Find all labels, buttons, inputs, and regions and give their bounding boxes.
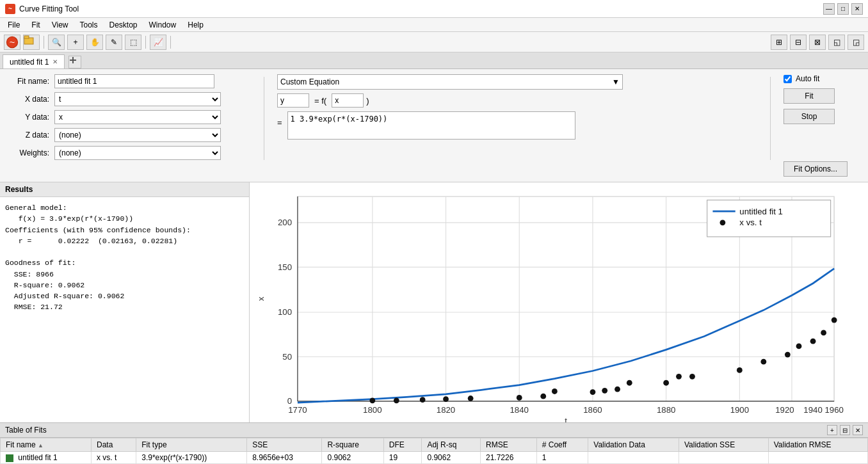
menu-help[interactable]: Help [182,19,209,31]
data-point [676,374,682,380]
app-icon: ~ [5,4,15,14]
col-data: Data [91,438,136,452]
svg-text:1900: 1900 [730,405,749,415]
tile-button[interactable]: ⊞ [771,35,787,50]
results-panel: Results General model: f(x) = 3.9*exp(r*… [0,182,250,422]
table-copy-button[interactable]: ⊟ [840,425,850,435]
fit-button[interactable]: Fit [784,88,835,104]
svg-text:x: x [256,296,266,301]
fit-name-row: Fit name: [8,74,251,88]
eq-type-row: Custom Equation ▼ [277,74,757,90]
z-data-select[interactable]: (none) [54,128,221,142]
fit-options-button[interactable]: Fit Options... [784,161,848,177]
tab-close-button[interactable]: ✕ [52,58,58,65]
cascade-button[interactable]: ⊟ [790,35,807,50]
eq-func-row: y = f( x ) [277,93,757,108]
stop-button[interactable]: Stop [784,109,835,124]
table-row[interactable]: untitled fit 1 x vs. t 3.9*exp(r*(x-1790… [1,452,868,464]
tab-bar: untitled fit 1 ✕ [0,52,868,69]
maximize-button[interactable]: □ [837,3,849,15]
svg-text:200: 200 [278,218,292,227]
menu-bar: File Fit View Tools Desktop Window Help [0,18,868,32]
tab-untitled-fit-1[interactable]: untitled fit 1 ✕ [3,54,65,68]
svg-rect-5 [72,57,74,63]
svg-text:150: 150 [278,262,292,272]
svg-text:t: t [565,416,567,422]
col-adj-r-sq: Adj R-sq [422,438,481,452]
table-of-fits-section: Table of Fits + ⊟ ✕ Fit name ▲ Data Fit … [0,422,868,464]
col-fit-name: Fit name ▲ [1,438,92,452]
dropdown-arrow-icon: ▼ [612,77,620,86]
cell-dfe: 19 [383,452,422,464]
svg-text:1800: 1800 [363,405,382,415]
pan-button[interactable]: ✋ [86,35,103,50]
svg-text:~: ~ [10,36,15,47]
results-title: Results [0,182,249,197]
z-data-row: Z data: (none) [8,128,251,142]
cell-adj-r-sq: 0.9062 [422,452,481,464]
window-controls[interactable]: — □ ✕ [823,3,863,15]
new-fit-button[interactable]: ~ [4,35,20,50]
toolbar-right: ⊞ ⊟ ⊠ ◱ ◲ [771,35,864,50]
layout-button-3[interactable]: ◲ [848,35,864,50]
toolbar-separator-3 [170,36,171,49]
col-validation-data: Validation Data [588,438,679,452]
svg-text:1840: 1840 [510,405,529,415]
x-data-label: X data: [8,95,49,104]
fit-name-label: Fit name: [8,77,49,86]
toolbar-separator-2 [145,36,146,49]
plot-button[interactable]: 📈 [150,35,166,50]
data-point [737,367,743,373]
eq-formula-textarea[interactable] [287,111,575,140]
toolbar: ~ 🔍 + ✋ ✎ ⬚ 📈 ⊞ ⊟ ⊠ ◱ ◲ [0,32,868,52]
svg-text:1860: 1860 [583,405,602,415]
table-title-bar: Table of Fits + ⊟ ✕ [0,423,868,438]
weights-select[interactable]: (none) [54,146,221,160]
autofit-label: Auto fit [796,74,819,83]
menu-tools[interactable]: Tools [74,19,102,31]
table-add-button[interactable]: + [827,425,837,435]
minimize-button[interactable]: — [823,3,835,15]
open-button[interactable] [23,35,40,50]
svg-text:50: 50 [282,352,292,362]
menu-fit[interactable]: Fit [26,19,45,31]
select-button[interactable]: ⬚ [125,35,141,50]
svg-text:100: 100 [278,307,292,317]
z-data-label: Z data: [8,131,49,140]
layout-button-1[interactable]: ⊠ [809,35,826,50]
autofit-checkbox[interactable] [784,75,792,83]
new-tab-button[interactable] [68,56,81,68]
v-separator-2 [770,77,771,160]
menu-desktop[interactable]: Desktop [104,19,143,31]
eq-equals-2: = [277,118,282,127]
menu-file[interactable]: File [3,19,25,31]
col-rmse: RMSE [480,438,536,452]
layout-button-2[interactable]: ◱ [828,35,845,50]
fit-name-input[interactable] [54,74,214,88]
eq-lhs-field[interactable]: y [277,93,309,108]
cell-validation-data [588,452,679,464]
table-delete-button[interactable]: ✕ [853,425,863,435]
col-n-coeff: # Coeff [536,438,588,452]
eq-rparen: ) [366,96,369,106]
cell-validation-rmse [768,452,867,464]
eq-var-field[interactable]: x [332,93,364,108]
cell-data: x vs. t [91,452,136,464]
zoom-in-button[interactable]: 🔍 [48,35,65,50]
svg-text:1960: 1960 [824,405,843,415]
close-button[interactable]: ✕ [851,3,863,15]
menu-view[interactable]: View [47,19,74,31]
col-dfe: DFE [383,438,422,452]
y-data-select[interactable]: x [54,110,221,124]
cell-fit-type: 3.9*exp(r*(x-1790)) [136,452,247,464]
zoom-button[interactable]: + [67,35,84,50]
equation-type-dropdown[interactable]: Custom Equation ▼ [277,74,623,90]
tab-label: untitled fit 1 [10,58,49,67]
fits-table: Fit name ▲ Data Fit type SSE R-square DF… [0,438,868,464]
data-point [627,380,632,386]
toolbar-separator-1 [44,36,44,49]
data-cursor-button[interactable]: ✎ [106,35,122,50]
data-point [760,359,766,365]
x-data-select[interactable]: t [54,92,221,106]
menu-window[interactable]: Window [144,19,182,31]
